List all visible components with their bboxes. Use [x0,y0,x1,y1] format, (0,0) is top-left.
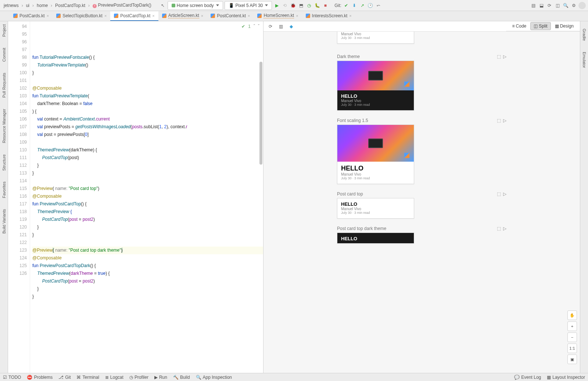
left-tool-strip: ProjectCommitPull RequestsResource Manag… [0,21,8,373]
commit-icon[interactable]: ✔ [343,2,349,9]
debug-icon[interactable]: 🐞 [290,2,296,9]
avatar-icon[interactable] [578,2,586,9]
update-icon[interactable]: ⬇ [351,2,358,9]
tool-window-button[interactable]: Favorites [2,181,6,198]
tool-window-button[interactable]: Commit [2,48,6,62]
tool-window-button[interactable]: Pull Requests [2,73,6,98]
preview-card[interactable]: HELLO [337,233,414,244]
interactive-preview-icon[interactable]: ▷ [503,226,506,231]
tool-window-button[interactable]: Structure [2,154,6,171]
refresh-icon[interactable]: ⟳ [267,23,274,30]
editor-tab[interactable]: ArticleScreen.kt× [158,11,207,21]
zoom-out-button[interactable]: − [567,333,577,342]
interactive-icon[interactable]: ◆ [288,23,294,30]
profile-icon[interactable]: ◷ [306,2,312,9]
preview-author: Manuel Vivo [341,172,410,176]
tool-window-button[interactable]: Project [2,24,6,37]
preview-card[interactable]: HELLOManuel VivoJuly 30 · 3 min read [337,61,414,111]
run-config-dropdown[interactable]: Home screen body [168,1,223,10]
code-editor[interactable]: ✔1 ˆˇ fun TutorialPreviewFontscale() { T… [30,21,263,373]
pan-icon[interactable]: ✋ [567,310,577,320]
breadcrumb[interactable]: home [35,2,49,9]
interactive-preview-icon[interactable]: ▷ [503,191,506,197]
interactive-preview-icon[interactable]: ▷ [503,118,506,123]
close-icon[interactable]: × [201,14,203,18]
rollback-icon[interactable]: ⤺ [375,2,382,9]
close-icon[interactable]: × [349,14,351,18]
breadcrumb[interactable]: jetnews [2,2,20,9]
view-mode-code[interactable]: ≡Code [509,22,530,30]
preview-meta: July 30 · 3 min read [341,176,410,180]
breadcrumb[interactable]: ui [25,2,31,9]
stop-icon[interactable]: ■ [322,2,329,9]
preview-hello: HELLO [341,93,410,99]
tool-window-button[interactable]: Emulator [582,52,587,68]
bottom-tool-button[interactable]: ▦Layout Inspector [547,375,585,380]
zoom-ratio-button[interactable]: 1:1 [567,344,577,353]
editor-tab[interactable]: PostCards.kt× [10,11,53,21]
editor-tab[interactable]: InterestsScreen.kt× [302,11,355,21]
settings-icon[interactable]: ⚙ [570,2,577,9]
editor-tab[interactable]: HomeScreen.kt× [254,11,302,21]
editor-tab[interactable]: PostContent.kt× [207,11,254,21]
close-icon[interactable]: × [296,14,298,18]
interactive-preview-icon[interactable]: ▷ [503,54,506,59]
avd-icon[interactable]: ▤ [530,2,537,9]
gutter: 9495969798991001011021031041051061071081… [8,21,30,373]
bottom-tool-button[interactable]: ☑TODO [3,375,21,380]
tool-window-button[interactable]: Resource Manager [2,109,6,143]
deploy-icon[interactable]: ⬚ [497,54,501,59]
push-icon[interactable]: ↗ [359,2,366,9]
bottom-tool-button[interactable]: ≣Logcat [105,375,123,380]
preview-group: Font scaling 1.5⬚▷HELLOManuel VivoJuly 3… [337,118,506,184]
bottom-tool-button[interactable]: 💬Event Log [514,375,541,380]
attach-icon[interactable]: 🐛 [314,2,320,9]
deploy-icon[interactable]: ⬚ [497,191,501,197]
breadcrumb[interactable]: f PreviewPostCardTopDark() [91,2,153,9]
bottom-tool-button[interactable]: 🔨Build [173,375,190,380]
tool-window-button[interactable]: Build Variants [2,209,6,234]
apply-changes-icon[interactable]: ⟲ [282,2,288,9]
close-icon[interactable]: × [47,14,49,18]
kotlin-file-icon [306,14,310,18]
kotlin-file-icon [257,14,262,18]
sync-icon[interactable]: ⟳ [546,2,553,9]
coverage-icon[interactable]: ⬒ [298,2,304,9]
compose-preview-panel: ⟳ ▥ ◆ ⚠ Manuel Vivo July 30 · 3 min read… [263,21,580,373]
sdk-icon[interactable]: ⬓ [538,2,545,9]
bottom-tool-button[interactable]: ⎇Git [58,375,71,380]
preview-group: Post card top⬚▷HELLOManuel VivoJuly 30 ·… [337,191,506,219]
bottom-tool-button[interactable]: 🔍App Inspection [196,375,232,380]
close-icon[interactable]: × [104,14,107,18]
tool-window-button[interactable]: Gradle [582,29,587,41]
editor-tab[interactable]: SelectTopicButton.kt× [53,11,110,21]
view-mode-design[interactable]: ▦Design [552,22,577,30]
history-icon[interactable]: 🕑 [367,2,374,9]
kotlin-file-icon [162,14,166,18]
inspections-widget[interactable]: ✔1 ˆˇ [241,23,259,30]
scrollbar[interactable] [259,62,262,165]
bottom-tool-button[interactable]: ⌘Terminal [76,375,99,380]
zoom-in-button[interactable]: + [567,321,577,331]
close-icon[interactable]: × [248,14,250,18]
bottom-tool-button[interactable]: ▶Run [154,375,167,380]
preview-card[interactable]: HELLOManuel VivoJuly 30 · 3 min read [337,198,414,219]
view-mode-split[interactable]: ◫Split [530,22,551,30]
run-icon[interactable]: ▶ [273,2,280,9]
back-icon[interactable]: ↖ [159,2,166,9]
preview-title: Post card top [337,191,363,197]
layout-icon[interactable]: ▥ [277,23,284,30]
device-dropdown[interactable]: 📱Pixel 5 API 30 [225,1,272,10]
close-icon[interactable]: × [152,14,154,18]
bottom-tool-button[interactable]: ◷Profiler [129,375,148,380]
editor-tab[interactable]: PostCardTop.kt× [110,11,158,21]
bottom-tool-button[interactable]: ⛔Problems [27,375,53,380]
deploy-icon[interactable]: ⬚ [497,226,501,231]
zoom-fit-button[interactable]: ▣ [567,355,577,364]
kotlin-file-icon [211,14,215,18]
deploy-icon[interactable]: ⬚ [497,118,501,123]
breadcrumb[interactable]: PostCardTop.kt [54,2,87,9]
search-icon[interactable]: 🔍 [562,2,569,9]
structure-icon[interactable]: ◫ [554,2,561,9]
preview-card[interactable]: HELLOManuel VivoJuly 30 · 3 min read [337,125,414,184]
